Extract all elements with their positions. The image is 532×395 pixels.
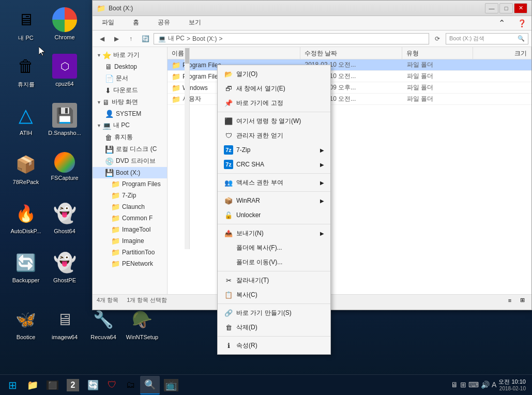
col-size[interactable]: 크기 [473, 47, 531, 59]
sidebar-item-mypc[interactable]: ▼ 💻 내 PC [93, 119, 167, 131]
sidebar-item-quickaccess[interactable]: ▼ ⭐ 바로 가기 [93, 49, 167, 61]
taskbar-item-2xexplorer[interactable]: 2 [63, 376, 83, 394]
sidebar-item-localdisk[interactable]: 💾 로컬 디스크 (C [93, 143, 167, 155]
desktop-icon-ghostpe[interactable]: 👻 GhostPE [44, 248, 85, 285]
window-controls: — □ ✕ [485, 3, 527, 13]
desktop-icon-dsnap[interactable]: 💾 D.Snapsho... [44, 101, 85, 138]
taskbar-item-sync[interactable]: 🔄 [83, 376, 103, 394]
ribbon-tab-view[interactable]: 보기 [185, 16, 205, 30]
sidebar-sub-7zip[interactable]: 📁 7-Zip [93, 190, 167, 201]
desktop-icon-chrome[interactable]: Chrome [44, 5, 85, 42]
desktop-icon-repack[interactable]: 📦 78RePack [5, 150, 47, 187]
ribbon-tab-share[interactable]: 공유 [154, 16, 174, 30]
desktop-icon-recycle[interactable]: 🗑 휴지를 [5, 52, 47, 90]
ctx-cmd[interactable]: ⬛ 여기서 명령 창 열기(W) [218, 114, 330, 128]
sidebar-sub-imagine[interactable]: 📁 Imagine [93, 235, 167, 247]
sidebar-item-desktop[interactable]: 🖥 Desktop [93, 61, 167, 72]
desktop-icon-backupper[interactable]: 🔄 Backupper [5, 248, 47, 285]
sidebar-item-downloads[interactable]: ⬇ 다운로드 [93, 84, 167, 96]
tray-lang-icon[interactable]: A [492, 381, 496, 389]
sidebar-scrollbar[interactable] [185, 48, 190, 249]
sidebar-item-system[interactable]: 👤 SYSTEM [93, 108, 167, 119]
maximize-button[interactable]: □ [499, 3, 513, 13]
sidebar-sub-partition[interactable]: 📁 PartitionToo [93, 247, 167, 258]
desktop-icon-cpuz[interactable]: ⬡ cpuz64 [44, 52, 85, 89]
start-button[interactable]: ⊞ [2, 376, 23, 394]
desktop-icon-autodisk[interactable]: 🔥 AutoDiskP... [5, 199, 47, 236]
ctx-copy-label: 복사(C) [236, 291, 257, 299]
taskbar-item-explore2[interactable]: 🗂 [121, 376, 140, 394]
col-type[interactable]: 유형 [402, 47, 473, 59]
ctx-shortcut[interactable]: 🔗 바로 가기 만들기(S) [218, 306, 330, 320]
docs-icon: 📄 [105, 74, 114, 83]
sidebar-item-boot[interactable]: 💾 Boot (X:) [93, 167, 167, 178]
ctx-cut[interactable]: ✂ 잘라내기(T) [218, 273, 330, 287]
sidebar-sub-common[interactable]: 📁 Common F [93, 212, 167, 224]
address-path[interactable]: 💻 내 PC > Boot (X:) > [154, 33, 429, 44]
items-count: 4개 항목 [97, 296, 118, 304]
close-button[interactable]: ✕ [514, 3, 527, 13]
taskbar-item-cmd[interactable]: ⬛ [42, 376, 63, 394]
tray-keyboard-icon[interactable]: ⌨ [468, 381, 479, 389]
tray-speaker-icon[interactable]: 🔊 [481, 381, 490, 389]
ribbon-help-button[interactable]: ❓ [518, 19, 526, 27]
ctx-moveto[interactable]: 폴더로 이동(V)... [218, 255, 330, 269]
desktop-icon-mypc[interactable]: 🖥 내 PC [5, 5, 47, 44]
detail-view-button[interactable]: ≡ [505, 296, 515, 305]
ctx-pin[interactable]: 📌 바로 가기에 고정 [218, 96, 330, 110]
ctx-open-icon: 📂 [224, 69, 233, 79]
quickaccess-icon: ⭐ [102, 51, 111, 59]
ctx-admin-label: 관리자 권한 얻기 [236, 131, 283, 140]
tray-time[interactable]: 오전 10:10 2018-02-10 [498, 378, 526, 392]
ctx-winrar[interactable]: 📦 WinRAR ▶ [218, 193, 330, 208]
taskbar-item-search[interactable]: 🔍 [140, 376, 160, 394]
search-box[interactable]: Boot (X:) 검색 🔍 [446, 33, 528, 44]
ctx-open-newwin[interactable]: 🗗 새 창에서 열기(E) [218, 81, 330, 96]
sidebar-item-docs[interactable]: 📄 문서 [93, 72, 167, 84]
up-button[interactable]: ↑ [125, 33, 137, 44]
tray-apps-icon[interactable]: ⊞ [460, 381, 466, 389]
sidebar-sub-claunch[interactable]: 📁 Claunch [93, 201, 167, 212]
ctx-copy[interactable]: 📋 복사(C) [218, 287, 330, 302]
ribbon-expand-button[interactable]: ⌃ [498, 18, 505, 28]
desktop-icon-ghost[interactable]: 👻 Ghost64 [44, 199, 85, 236]
ctx-delete[interactable]: 🗑 삭제(D) [218, 320, 330, 335]
desktop-icon-winnt[interactable]: 🪖 WinNTSetup [121, 305, 163, 342]
taskbar-item-media[interactable]: 📺 [160, 376, 183, 394]
ribbon-tab-home[interactable]: 홈 [129, 16, 143, 30]
sidebar-item-desktop2[interactable]: ▼ 🖥 바탕 화면 [93, 96, 167, 108]
sidebar-sub-program1[interactable]: 📁 Program Files [93, 178, 167, 190]
desktop-icon-bootice[interactable]: 🦋 Bootice [5, 305, 47, 342]
sidebar-sub-penet[interactable]: 📁 PENetwork [93, 258, 167, 269]
desktop-icon-atih[interactable]: △ ATIH [5, 101, 47, 138]
taskbar-item-security[interactable]: 🛡 [103, 376, 121, 394]
refresh-path-button[interactable]: ⟳ [431, 33, 444, 44]
tile-view-button[interactable]: ⊞ [517, 296, 527, 305]
ctx-access[interactable]: 👥 액세스 권한 부여 ▶ [218, 175, 330, 190]
sidebar-item-dvd[interactable]: 💿 DVD 드라이브 [93, 155, 167, 167]
desktop-icon-fscap[interactable]: FSCapture [44, 150, 85, 183]
sidebar-sub-imagetool[interactable]: 📁 ImageTool [93, 224, 167, 235]
ghostpe-label: GhostPE [53, 277, 76, 283]
ctx-properties[interactable]: ℹ 속성(R) [218, 338, 330, 353]
ctx-admin[interactable]: 🛡 관리자 권한 얻기 [218, 128, 330, 143]
ctx-unlocker[interactable]: 🔓 Unlocker [218, 208, 330, 222]
ctx-sep-6 [218, 303, 330, 304]
ribbon-tab-file[interactable]: 파일 [98, 16, 118, 30]
ctx-7zip[interactable]: 7z 7-Zip ▶ [218, 143, 330, 157]
refresh-button[interactable]: 🔄 [139, 33, 151, 44]
col-date[interactable]: 수정한 날짜 [300, 47, 402, 59]
minimize-button[interactable]: — [485, 3, 498, 13]
desktop-icon-recuva[interactable]: 🔧 Recuva64 [83, 305, 124, 342]
back-button[interactable]: ◀ [96, 33, 108, 44]
bootice-app-icon: 🦋 [13, 307, 38, 332]
forward-button[interactable]: ▶ [110, 33, 123, 44]
tray-network-icon[interactable]: 🖥 [451, 381, 458, 389]
taskbar-item-explorer[interactable]: 📁 [23, 376, 42, 394]
ctx-sendto[interactable]: 📤 보내기(N) ▶ [218, 226, 330, 240]
desktop-icon-imagew[interactable]: 🖥 imagew64 [44, 305, 85, 342]
sidebar-item-recycle[interactable]: 🗑 휴지통 [93, 131, 167, 143]
ctx-open[interactable]: 📂 열기(O) [218, 67, 330, 81]
ctx-copyto[interactable]: 폴더에 복사(F)... [218, 240, 330, 255]
ctx-crcsha[interactable]: 7z CRC SHA ▶ [218, 157, 330, 172]
